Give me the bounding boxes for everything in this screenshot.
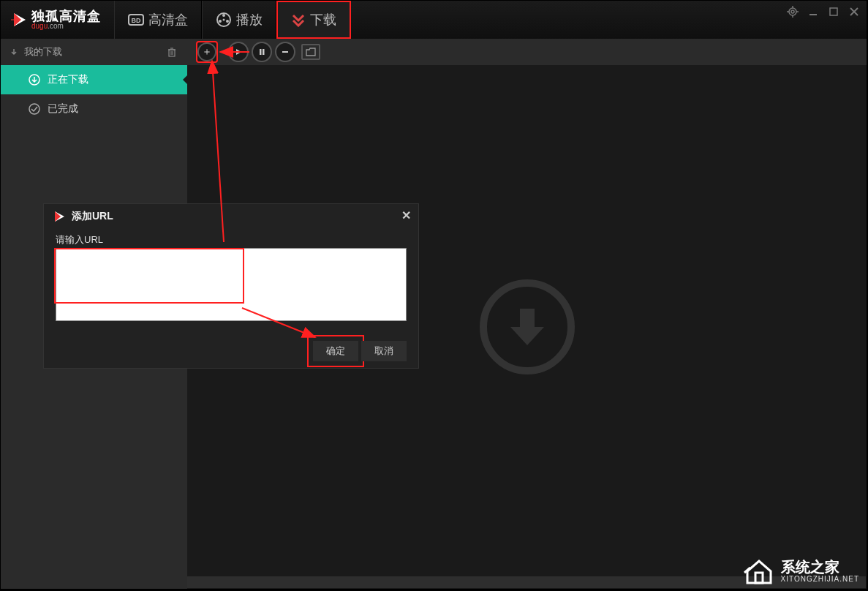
- watermark-icon: [743, 557, 775, 584]
- bd-icon: BD: [128, 12, 144, 27]
- tab-play[interactable]: 播放: [202, 1, 276, 39]
- svg-rect-17: [830, 8, 837, 15]
- download-arrow-icon: [10, 48, 18, 56]
- sidebar-item-completed[interactable]: 已完成: [1, 94, 187, 124]
- add-task-button[interactable]: ＋: [196, 41, 218, 63]
- svg-rect-27: [263, 49, 265, 55]
- maximize-button[interactable]: [827, 5, 840, 18]
- sidebar-item-completed-label: 已完成: [48, 102, 78, 116]
- app-header: 独孤高清盒 dugu.com BD 高清盒 播放 下载: [1, 1, 867, 39]
- empty-download-icon: [480, 279, 575, 374]
- logo-icon: [11, 12, 27, 28]
- svg-point-10: [789, 8, 796, 15]
- brand-url: dugu.com: [31, 23, 101, 30]
- tab-hdbox-label: 高清盒: [148, 11, 188, 29]
- reel-icon: [216, 12, 232, 28]
- remove-button[interactable]: [275, 42, 295, 62]
- settings-icon[interactable]: [786, 5, 799, 18]
- sidebar-item-downloading-label: 正在下载: [48, 73, 88, 86]
- svg-rect-26: [260, 49, 262, 55]
- svg-point-8: [226, 20, 229, 23]
- window-controls: [786, 5, 861, 18]
- app-title: 独孤高清盒: [31, 10, 101, 23]
- tab-hdbox[interactable]: BD 高清盒: [114, 1, 202, 39]
- sidebar-item-downloading[interactable]: 正在下载: [1, 65, 187, 94]
- download-chevron-icon: [291, 12, 306, 27]
- dialog-cancel-button[interactable]: 取消: [361, 341, 407, 361]
- app-logo: 独孤高清盒 dugu.com: [1, 10, 101, 30]
- svg-marker-31: [510, 309, 544, 345]
- close-button[interactable]: [848, 5, 861, 18]
- svg-point-30: [29, 104, 39, 114]
- svg-point-7: [219, 20, 222, 23]
- svg-marker-33: [55, 211, 61, 222]
- toolbar: ＋: [187, 39, 867, 65]
- completed-icon: [29, 103, 40, 115]
- tab-play-label: 播放: [236, 11, 263, 29]
- url-textarea[interactable]: [56, 248, 407, 321]
- pause-button[interactable]: [252, 42, 272, 62]
- svg-text:BD: BD: [132, 17, 141, 24]
- url-input-label: 请输入URL: [56, 233, 407, 246]
- dialog-ok-button[interactable]: 确定: [313, 341, 358, 361]
- svg-point-6: [222, 14, 225, 17]
- svg-point-11: [791, 10, 794, 13]
- svg-marker-25: [236, 49, 241, 55]
- sidebar-title: 我的下载: [24, 45, 62, 59]
- open-folder-button[interactable]: [301, 44, 320, 60]
- watermark-sub: XITONGZHIJIA.NET: [781, 575, 860, 583]
- add-url-dialog: 添加URL ✕ 请输入URL 确定 取消: [43, 203, 419, 369]
- dialog-titlebar[interactable]: 添加URL ✕: [44, 204, 418, 229]
- svg-rect-38: [755, 573, 763, 583]
- tab-download[interactable]: 下载: [276, 1, 351, 39]
- svg-rect-20: [169, 50, 175, 56]
- trash-button[interactable]: [165, 45, 178, 59]
- dialog-logo-icon: [53, 210, 66, 223]
- minimize-button[interactable]: [807, 5, 820, 18]
- downloading-icon: [29, 74, 40, 86]
- svg-point-9: [223, 19, 225, 21]
- watermark: 系统之家 XITONGZHIJIA.NET: [743, 557, 860, 584]
- start-button[interactable]: [228, 42, 249, 62]
- dialog-title-text: 添加URL: [72, 210, 113, 223]
- tab-download-label: 下载: [310, 11, 336, 29]
- watermark-main: 系统之家: [781, 559, 860, 575]
- dialog-close-button[interactable]: ✕: [401, 208, 411, 222]
- sidebar-header: 我的下载: [1, 39, 187, 65]
